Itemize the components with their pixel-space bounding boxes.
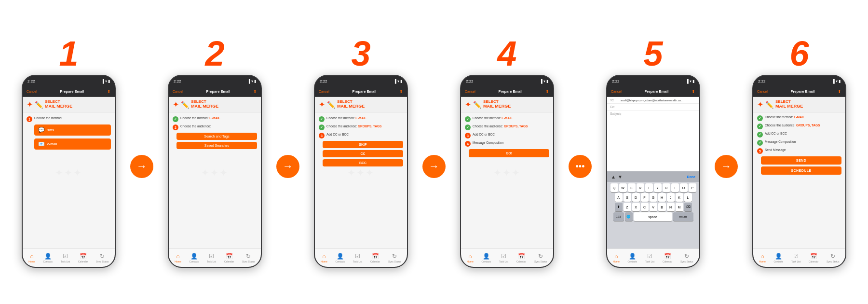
- key-X[interactable]: X: [632, 203, 640, 211]
- key-L[interactable]: L: [684, 193, 692, 202]
- key-delete[interactable]: ⌫: [684, 203, 692, 211]
- subject-cursor: |: [621, 112, 622, 115]
- tab-sync-4[interactable]: ↻ Sync Status: [534, 253, 547, 263]
- key-Z[interactable]: Z: [624, 203, 631, 211]
- key-Q[interactable]: Q: [610, 183, 618, 192]
- key-B[interactable]: B: [658, 203, 666, 211]
- tab-home-3[interactable]: ⌂ Home: [321, 253, 327, 263]
- bcc-btn[interactable]: BCC: [323, 159, 403, 166]
- key-return[interactable]: return: [673, 212, 693, 221]
- tab-tasks-2[interactable]: ☑ Task List: [207, 253, 216, 263]
- mm-stars-icon-4: ✦: [465, 100, 471, 109]
- tab-contacts-6[interactable]: 👤 Contacts: [773, 253, 783, 263]
- cc-btn[interactable]: CC: [323, 150, 403, 157]
- nav-share-icon-4[interactable]: ⬆: [545, 89, 549, 94]
- key-W[interactable]: W: [619, 183, 627, 192]
- nav-cancel-4[interactable]: Cancel: [465, 90, 475, 93]
- status-bar-4: 2:22 ▐ ▾ ▮: [461, 76, 553, 86]
- tab-contacts-2[interactable]: 👤 Contacts: [189, 253, 199, 263]
- tab-sync-1[interactable]: ↻ Sync Status: [96, 253, 109, 263]
- tab-home-5[interactable]: ⌂ Home: [613, 253, 619, 263]
- schedule-btn[interactable]: SCHEDULE: [761, 166, 841, 175]
- tab-contacts-1[interactable]: 👤 Contacts: [43, 253, 53, 263]
- tab-tasks-6[interactable]: ☑ Task List: [791, 253, 800, 263]
- keyboard-done-btn[interactable]: Done: [687, 175, 696, 179]
- key-space[interactable]: space: [634, 212, 672, 221]
- key-K[interactable]: K: [676, 193, 683, 202]
- tab-home-4[interactable]: ⌂ Home: [467, 253, 473, 263]
- key-A[interactable]: A: [615, 193, 623, 202]
- tab-sync-3[interactable]: ↻ Sync Status: [388, 253, 401, 263]
- send-btn[interactable]: SEND: [761, 156, 841, 165]
- nav-cancel-2[interactable]: Cancel: [173, 90, 183, 93]
- nav-share-icon-5[interactable]: ⬆: [692, 89, 695, 94]
- tab-tasks-4[interactable]: ☑ Task List: [499, 253, 508, 263]
- key-Y[interactable]: Y: [654, 183, 662, 192]
- saved-searches-btn[interactable]: Saved Searches: [176, 142, 257, 149]
- tab-tasks-5[interactable]: ☑ Task List: [645, 253, 654, 263]
- tab-calendar-5[interactable]: 📅 Calendar: [663, 253, 672, 263]
- tab-contacts-3[interactable]: 👤 Contacts: [335, 253, 345, 263]
- tab-home-1[interactable]: ⌂ Home: [28, 253, 35, 263]
- arrow-1: →: [130, 155, 153, 178]
- nav-share-icon-6[interactable]: ⬆: [838, 89, 841, 94]
- key-H[interactable]: H: [658, 193, 666, 202]
- key-G[interactable]: G: [650, 193, 657, 202]
- mm-pencil-icon-6: ✏️: [765, 101, 773, 109]
- tab-calendar-2[interactable]: 📅 Calendar: [224, 253, 234, 263]
- email-btn[interactable]: 📧 e-mail: [34, 138, 111, 150]
- home-label-5: Home: [613, 260, 619, 263]
- key-D[interactable]: D: [632, 193, 640, 202]
- go-btn[interactable]: GO!: [469, 149, 549, 157]
- step3-content: ✓ Choose the method: E-MAIL ✓ Choose the…: [315, 112, 407, 172]
- arrow-down-icon[interactable]: ▼: [618, 174, 623, 180]
- key-F[interactable]: F: [641, 193, 649, 202]
- key-V[interactable]: V: [650, 203, 657, 211]
- nav-share-icon-2[interactable]: ⬆: [253, 89, 257, 94]
- tab-home-2[interactable]: ⌂ Home: [175, 253, 181, 263]
- bottom-bar-4: ⌂ Home 👤 Contacts ☑ Task List 📅 Calendar…: [461, 249, 553, 267]
- tab-calendar-4[interactable]: 📅 Calendar: [516, 253, 526, 263]
- key-N[interactable]: N: [667, 203, 675, 211]
- search-tags-btn[interactable]: Search and Tags: [176, 133, 257, 140]
- tab-sync-2[interactable]: ↻ Sync Status: [242, 253, 255, 263]
- key-shift[interactable]: ⬆: [615, 203, 623, 211]
- key-J[interactable]: J: [667, 193, 675, 202]
- key-123[interactable]: 123: [613, 212, 624, 221]
- nav-cancel-5[interactable]: Cancel: [611, 90, 622, 93]
- key-C[interactable]: C: [641, 203, 649, 211]
- skip-btn[interactable]: SKIP: [323, 141, 403, 148]
- key-S[interactable]: S: [624, 193, 631, 202]
- key-T[interactable]: T: [645, 183, 653, 192]
- step6-row4: ✓ Message Composition: [757, 140, 841, 146]
- tab-calendar-6[interactable]: 📅 Calendar: [809, 253, 818, 263]
- key-O[interactable]: O: [680, 183, 688, 192]
- tab-calendar-1[interactable]: 📅 Calendar: [78, 253, 88, 263]
- nav-cancel-6[interactable]: Cancel: [757, 90, 768, 93]
- tab-calendar-3[interactable]: 📅 Calendar: [370, 253, 380, 263]
- phone-content-1: ✦✦✦ ✦ ✏️ SELECT MAIL MERGE 1 Choose the …: [23, 97, 115, 249]
- nav-cancel-3[interactable]: Cancel: [319, 90, 329, 93]
- step6-row5: 5 Send Message: [757, 148, 841, 154]
- key-I[interactable]: I: [671, 183, 679, 192]
- nav-share-icon-3[interactable]: ⬆: [399, 89, 403, 94]
- key-globe[interactable]: 🌐: [625, 212, 633, 221]
- tab-contacts-4[interactable]: 👤 Contacts: [481, 253, 491, 263]
- tab-home-6[interactable]: ⌂ Home: [759, 253, 765, 263]
- nav-cancel-1[interactable]: Cancel: [27, 90, 37, 93]
- key-M[interactable]: M: [676, 203, 683, 211]
- subject-field-row[interactable]: Subject: |: [607, 111, 699, 117]
- sms-btn[interactable]: 💬 sms: [34, 124, 111, 136]
- tab-sync-6[interactable]: ↻ Sync Status: [827, 253, 840, 263]
- key-U[interactable]: U: [663, 183, 670, 192]
- nav-share-icon-1[interactable]: ⬆: [107, 89, 111, 94]
- key-E[interactable]: E: [628, 183, 636, 192]
- tab-contacts-5[interactable]: 👤 Contacts: [627, 253, 637, 263]
- tab-tasks-3[interactable]: ☑ Task List: [353, 253, 362, 263]
- arrow-up-icon[interactable]: ▲: [611, 174, 616, 180]
- key-P[interactable]: P: [689, 183, 696, 192]
- tab-tasks-1[interactable]: ☑ Task List: [61, 253, 70, 263]
- tasks-icon-4: ☑: [501, 253, 506, 260]
- tab-sync-5[interactable]: ↻ Sync Status: [680, 253, 693, 263]
- key-R[interactable]: R: [637, 183, 644, 192]
